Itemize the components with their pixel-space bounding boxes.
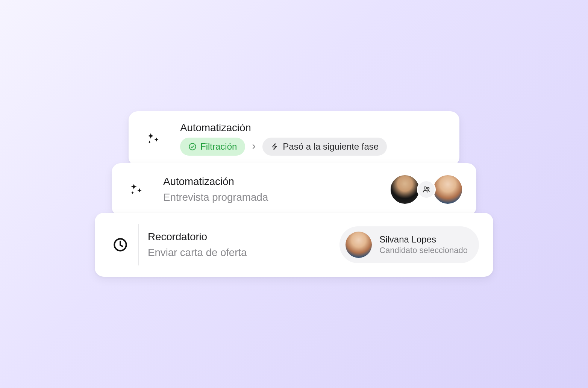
card-title: Automatización bbox=[163, 176, 389, 188]
chevron-right-icon bbox=[250, 143, 257, 150]
notification-stack: Automatización Filtración bbox=[95, 111, 493, 277]
avatar[interactable] bbox=[389, 174, 421, 205]
svg-point-2 bbox=[427, 188, 429, 189]
divider bbox=[138, 224, 139, 265]
pill-label: Filtración bbox=[200, 141, 237, 152]
divider bbox=[154, 171, 154, 208]
automation-card-screening[interactable]: Automatización Filtración bbox=[129, 111, 459, 166]
avatar[interactable] bbox=[432, 174, 464, 205]
candidate-role: Candidato seleccionado bbox=[379, 246, 468, 255]
reminder-card-offer[interactable]: Recordatorio Enviar carta de oferta Silv… bbox=[95, 213, 493, 277]
candidate-name: Silvana Lopes bbox=[379, 234, 468, 245]
status-pill-next-phase[interactable]: Pasó a la siguiente fase bbox=[262, 138, 387, 156]
check-circle-icon bbox=[188, 142, 197, 151]
card-title: Automatización bbox=[180, 122, 447, 134]
card-subtitle: Enviar carta de oferta bbox=[148, 247, 339, 259]
svg-point-0 bbox=[189, 143, 195, 150]
bolt-icon bbox=[271, 142, 279, 151]
avatar bbox=[346, 232, 372, 258]
pill-label: Pasó a la siguiente fase bbox=[283, 141, 379, 152]
divider bbox=[171, 120, 171, 158]
card-title: Recordatorio bbox=[148, 231, 339, 243]
card-subtitle: Entrevista programada bbox=[163, 191, 389, 203]
participant-avatars bbox=[389, 174, 464, 205]
svg-point-1 bbox=[424, 187, 426, 189]
people-icon[interactable] bbox=[417, 180, 436, 199]
clock-icon bbox=[109, 237, 132, 253]
automation-card-interview[interactable]: Automatización Entrevista programada bbox=[112, 163, 476, 216]
candidate-chip[interactable]: Silvana Lopes Candidato seleccionado bbox=[339, 226, 479, 263]
sparkle-icon bbox=[124, 182, 147, 197]
pill-row: Filtración Pasó a la siguiente fase bbox=[180, 138, 447, 156]
status-pill-screening[interactable]: Filtración bbox=[180, 138, 245, 156]
sparkle-icon bbox=[141, 131, 164, 146]
